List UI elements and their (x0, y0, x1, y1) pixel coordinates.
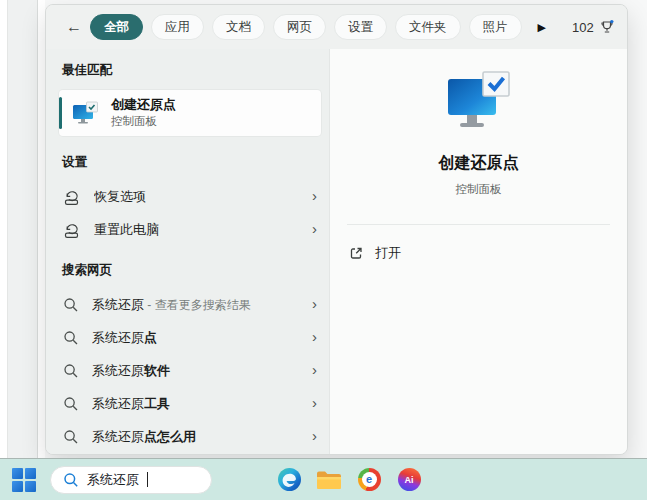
windows-logo-pane (25, 481, 36, 492)
tab-photos[interactable]: 照片 (469, 14, 522, 40)
search-icon (63, 297, 79, 313)
web-result-suggestion[interactable]: 系统还原软件 › (46, 354, 329, 387)
search-flyout-window: ← 全部 应用 文档 网页 设置 文件夹 照片 (45, 4, 628, 455)
open-label: 打开 (375, 244, 401, 262)
back-arrow-icon: ← (66, 18, 82, 36)
play-icon: ▶ (538, 21, 546, 33)
tab-settings[interactable]: 设置 (334, 14, 387, 40)
tab-label: 网页 (287, 19, 312, 36)
detail-divider (347, 224, 610, 225)
result-label: 系统还原软件 (92, 362, 299, 380)
suggestion-text: 点 (144, 330, 157, 345)
query-text: 系统还原 (92, 429, 144, 444)
tab-all[interactable]: 全部 (90, 14, 143, 40)
windows-logo-pane (25, 468, 36, 479)
open-action[interactable]: 打开 (349, 244, 401, 262)
text-caret (147, 472, 148, 487)
hint-text: - 查看更多搜索结果 (144, 298, 251, 312)
query-text: 系统还原 (92, 330, 144, 345)
web-result-suggestion[interactable]: 系统还原点 › (46, 321, 329, 354)
background-window-edge (0, 0, 45, 458)
chevron-right-icon: › (312, 296, 317, 313)
rewards-trophy-icon (599, 19, 615, 35)
query-text: 系统还原 (92, 396, 144, 411)
360-browser-icon[interactable]: e (356, 467, 382, 493)
search-icon (63, 363, 79, 379)
selection-accent-bar (59, 97, 62, 129)
best-match-subtitle: 控制面板 (111, 114, 176, 129)
result-label: 重置此电脑 (94, 221, 299, 239)
suggestion-text: 点怎么用 (144, 429, 196, 444)
tab-web[interactable]: 网页 (273, 14, 326, 40)
search-icon (63, 396, 79, 412)
best-match-text: 创建还原点 控制面板 (111, 97, 176, 128)
chevron-right-icon: › (312, 221, 317, 238)
result-label: 恢复选项 (94, 188, 299, 206)
result-label: 系统还原 - 查看更多搜索结果 (92, 296, 299, 314)
rewards-count: 102 (572, 20, 594, 35)
section-best-match-label: 最佳匹配 (46, 51, 329, 88)
result-label: 系统还原点 (92, 329, 299, 347)
taskbar-search-input[interactable]: 系统还原 (50, 466, 212, 494)
search-icon (63, 472, 79, 488)
open-external-icon (349, 246, 364, 261)
result-label: 系统还原点怎么用 (92, 428, 299, 446)
file-explorer-icon[interactable] (316, 467, 342, 493)
restore-point-monitor-icon (72, 101, 99, 126)
taskbar: 系统还原 e Ai (0, 458, 647, 500)
suggestion-text: 软件 (144, 363, 170, 378)
ai-browser-letter: Ai (405, 475, 414, 485)
chevron-right-icon: › (312, 329, 317, 346)
settings-result-recovery-options[interactable]: 恢复选项 › (46, 180, 329, 213)
play-button[interactable]: ▶ (538, 21, 546, 34)
web-result-see-more[interactable]: 系统还原 - 查看更多搜索结果 › (46, 288, 329, 321)
result-label: 系统还原工具 (92, 395, 299, 413)
tab-documents[interactable]: 文档 (212, 14, 265, 40)
tab-label: 文档 (226, 19, 251, 36)
chevron-right-icon: › (312, 428, 317, 445)
search-filter-bar: ← 全部 应用 文档 网页 设置 文件夹 照片 (46, 5, 627, 49)
web-result-suggestion[interactable]: 系统还原工具 › (46, 387, 329, 420)
best-match-title: 创建还原点 (111, 97, 176, 113)
background-window-strip (7, 0, 38, 458)
tab-label: 照片 (483, 19, 508, 36)
recovery-icon (63, 188, 81, 206)
back-button[interactable]: ← (66, 15, 82, 39)
windows-start-icon[interactable] (12, 468, 36, 492)
windows-logo-pane (12, 481, 23, 492)
result-detail-panel: 创建还原点 控制面板 打开 (329, 49, 627, 454)
search-results-body: 最佳匹配 (46, 49, 627, 454)
section-web-label: 搜索网页 (46, 246, 329, 288)
search-query-text: 系统还原 (87, 471, 139, 489)
windows-logo-pane (12, 468, 23, 479)
rewards-counter[interactable]: 102 (572, 19, 615, 35)
desktop: ← 全部 应用 文档 网页 设置 文件夹 照片 (0, 0, 647, 500)
best-match-result[interactable]: 创建还原点 控制面板 (59, 90, 321, 136)
edge-logo (278, 468, 301, 491)
edge-icon[interactable] (276, 467, 302, 493)
restore-point-monitor-icon-large (443, 71, 515, 133)
suggestion-text: 工具 (144, 396, 170, 411)
chevron-right-icon: › (312, 395, 317, 412)
chevron-right-icon: › (312, 362, 317, 379)
360-browser-logo: e (358, 468, 381, 491)
settings-result-reset-pc[interactable]: 重置此电脑 › (46, 213, 329, 246)
web-result-suggestion[interactable]: 系统还原点怎么用 › (46, 420, 329, 453)
ai-browser-logo: Ai (398, 468, 421, 491)
tab-apps[interactable]: 应用 (151, 14, 204, 40)
360-browser-letter: e (362, 472, 377, 487)
tab-label: 设置 (348, 19, 373, 36)
tab-folders[interactable]: 文件夹 (395, 14, 461, 40)
results-list-panel: 最佳匹配 (46, 49, 329, 454)
tab-label: 文件夹 (409, 19, 447, 36)
recovery-icon (63, 221, 81, 239)
chevron-right-icon: › (312, 188, 317, 205)
detail-subtitle: 控制面板 (456, 182, 502, 197)
tab-label: 全部 (104, 19, 129, 36)
search-icon (63, 330, 79, 346)
ai-browser-icon[interactable]: Ai (396, 467, 422, 493)
query-text: 系统还原 (92, 297, 144, 312)
section-settings-label: 设置 (46, 138, 329, 180)
tab-label: 应用 (165, 19, 190, 36)
detail-title: 创建还原点 (439, 153, 519, 174)
